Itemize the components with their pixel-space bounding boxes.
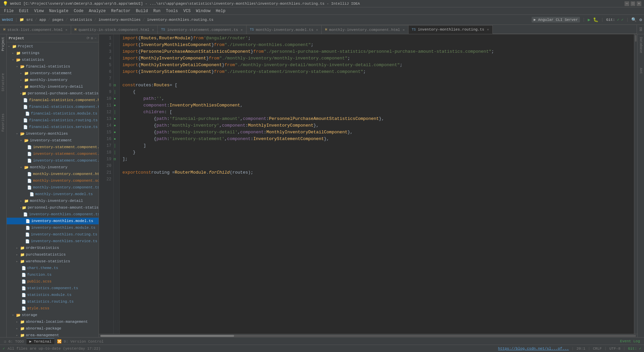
bottom-tab-todo[interactable]: ☑ 6: TODO bbox=[1, 338, 26, 344]
tree-financial-module-ts[interactable]: ▸ 📄 financial-statistics.module.ts bbox=[7, 110, 99, 117]
tree-monthly-inventory-detail-1[interactable]: ▸ 📁 monthly-inventory-detail bbox=[7, 83, 99, 90]
tree-inv-monthlies-model-ts[interactable]: ▸ 📄 inventory-monthlies.model.ts bbox=[7, 218, 99, 224]
menu-vcs[interactable]: VCS bbox=[181, 8, 194, 14]
debug-btn[interactable]: 🐛 bbox=[593, 17, 598, 23]
tree-financial-service-ts[interactable]: ▸ 📄 financial-statistics.service.ts bbox=[7, 124, 99, 130]
minimize-btn[interactable]: ─ bbox=[625, 1, 629, 6]
tree-abnormal-location[interactable]: ▸ 📁 abnormal-location-management bbox=[7, 318, 99, 325]
tree-inv-stmt-html[interactable]: ▸ 📄 inventory-statement.component.html bbox=[7, 144, 99, 150]
editor-area: 123456 789101112 131415161718 19202122 ⊟… bbox=[99, 34, 637, 337]
bottom-tab-version-control[interactable]: 🔀 9: Version Control bbox=[54, 338, 106, 344]
tree-monthly-inv-detail-sub[interactable]: ▸ 📁 monthly-inventory-detail bbox=[7, 197, 99, 204]
tab-monthly-inventory-model[interactable]: TS monthly-inventory.model.ts ✕ bbox=[247, 25, 322, 34]
run-btn[interactable]: ▶ bbox=[588, 17, 590, 23]
favorites-icon[interactable]: Favorites bbox=[1, 114, 5, 132]
tree-statistics-routing-ts[interactable]: ▸ 📄 statistics.routing.ts bbox=[7, 298, 99, 305]
tab-close-icon4[interactable]: ✕ bbox=[316, 28, 318, 32]
tab-inventory-statement[interactable]: TS inventory-statement.component.ts ✕ bbox=[158, 25, 246, 34]
horizontal-scrollbar[interactable] bbox=[99, 334, 637, 337]
tree-monthly-inv-ts[interactable]: ▸ 📄 monthly-inventory.component.ts bbox=[7, 184, 99, 191]
tab-monthly-inventory-html[interactable]: H monthly-inventory.component.html ✕ bbox=[322, 25, 408, 34]
maximize-btn[interactable]: □ bbox=[631, 1, 635, 6]
tree-storage-folder[interactable]: ▾ 📂 storage bbox=[7, 312, 99, 318]
tab-icon-html3: H bbox=[325, 28, 327, 32]
tree-monthly-inv-model[interactable]: ▸ 📄 monthly-inventory.model.ts bbox=[7, 191, 99, 197]
code-editor[interactable]: import { Routes, RouterModule } from '@a… bbox=[120, 34, 634, 334]
status-position[interactable]: 20:1 bbox=[577, 347, 585, 351]
menu-tools[interactable]: Tools bbox=[163, 8, 181, 14]
tree-settings[interactable]: ▸ 📁 settings bbox=[7, 50, 99, 56]
menu-build[interactable]: Build bbox=[133, 8, 151, 14]
menu-window[interactable]: Window bbox=[193, 8, 213, 14]
code-line-3: import {PersonnelPurchaseAmountStatistic… bbox=[122, 48, 634, 55]
menu-refactor[interactable]: Refactor bbox=[108, 8, 133, 14]
tree-personnel-purchase-1[interactable]: ▸ 📁 personnel-purchase-amount-statistics bbox=[7, 90, 99, 97]
tree-inv-stmt-ts[interactable]: ▸ 📄 inventory-statement.component.ts bbox=[7, 157, 99, 164]
menu-edit[interactable]: Edit bbox=[16, 8, 32, 14]
tree-area-management[interactable]: ▸ 📁 area-management bbox=[7, 332, 99, 337]
menu-analyze[interactable]: Analyze bbox=[86, 8, 108, 14]
code-line-14: { path: 'monthly-inventory', component: … bbox=[122, 122, 634, 129]
status-encoding[interactable]: UTF-8 bbox=[609, 347, 621, 351]
tree-inv-monthlies-module-ts[interactable]: ▸ 📄 inventory-monthlies.module.ts bbox=[7, 224, 99, 231]
tree-inv-monthlies-service-ts[interactable]: ▸ 📄 inventory-monthlies.service.ts bbox=[7, 238, 99, 245]
ant-design-icon[interactable]: Ant bbox=[639, 68, 643, 74]
tree-project-root[interactable]: ▾ 📁 Project bbox=[7, 43, 99, 50]
tree-financial-routing-ts[interactable]: ▸ 📄 financial-statistics.routing.ts bbox=[7, 117, 99, 124]
tab-close-icon2[interactable]: ✕ bbox=[152, 28, 154, 32]
vertical-scrollbar[interactable] bbox=[634, 34, 637, 334]
tree-function-ts[interactable]: ▸ 📄 function.ts bbox=[7, 271, 99, 278]
tree-statistics[interactable]: ▾ 📂 statistics bbox=[7, 56, 99, 63]
menu-file[interactable]: File bbox=[1, 8, 16, 14]
tab-inventory-monthlies-routing[interactable]: TS inventory-monthlies.routing.ts ✕ bbox=[409, 25, 493, 34]
bottom-tab-terminal[interactable]: ▶ Terminal bbox=[26, 338, 54, 344]
tree-monthly-inv-scss[interactable]: ▸ 📄 monthly-inventory.component.scss bbox=[7, 177, 99, 184]
tab-quantity-in-stock[interactable]: H quantity-in-stock.component.html ✕ bbox=[71, 25, 158, 34]
menu-help[interactable]: Help bbox=[213, 8, 228, 14]
tree-abnormal-package[interactable]: ▸ 📁 abnormal-package bbox=[7, 325, 99, 332]
menu-run[interactable]: Run bbox=[151, 8, 163, 14]
structure-icon[interactable]: Structure bbox=[1, 73, 5, 91]
status-link[interactable]: https://blog.csdn.net/sl...of... bbox=[498, 347, 569, 351]
tree-chart-theme-ts[interactable]: ▸ 📄 chart.theme.ts bbox=[7, 265, 99, 271]
tree-personnel-purchase-sub[interactable]: ▸ 📁 personnel-purchase-amount-statistics bbox=[7, 204, 99, 211]
tree-inventory-monthlies-folder[interactable]: ▾ 📂 inventory-monthlies bbox=[7, 130, 99, 137]
status-line-sep[interactable]: CRLF bbox=[593, 347, 602, 351]
tab-close-icon5[interactable]: ✕ bbox=[403, 28, 405, 32]
tree-order-statistics[interactable]: ▸ 📁 orderStatistics bbox=[7, 245, 99, 251]
settings-toolbar-icon[interactable]: ⚙ bbox=[639, 17, 642, 23]
tree-financial-component-ts[interactable]: ▸ 📄 financial-statistics.component.ts bbox=[7, 103, 99, 110]
tab-close-icon6[interactable]: ✕ bbox=[487, 28, 489, 32]
tree-inv-monthlies-component-ts[interactable]: ▸ 📄 inventory-monthlies.component.ts bbox=[7, 211, 99, 218]
tree-statistics-module-ts[interactable]: ▸ 📄 statistics.module.ts bbox=[7, 292, 99, 298]
tree-statistics-component-ts[interactable]: ▸ 📄 statistics.component.ts bbox=[7, 285, 99, 292]
tree-monthly-inv-html[interactable]: ▸ 📄 monthly-inventory.component.html bbox=[7, 171, 99, 177]
tree-inventory-statement-1[interactable]: ▸ 📁 inventory-statement bbox=[7, 70, 99, 77]
menu-navigate[interactable]: Navigate bbox=[46, 8, 71, 14]
panel-sync-icon[interactable]: ⟳ bbox=[87, 36, 90, 40]
tree-inv-stmt-scss[interactable]: ▸ 📄 inventory-statement.component.scss bbox=[7, 150, 99, 157]
close-btn[interactable]: ✕ bbox=[637, 1, 641, 6]
tree-financial-component-html[interactable]: ▸ 📄 financial-statistics.component.html bbox=[7, 97, 99, 103]
tree-inventory-statement-sub[interactable]: ▾ 📂 inventory-statement bbox=[7, 137, 99, 144]
project-panel-icon[interactable]: Project bbox=[1, 37, 5, 51]
tree-public-scss[interactable]: ▸ 📄 public.scss bbox=[7, 278, 99, 285]
tree-financial-statistics[interactable]: ▾ 📂 financial-statistics bbox=[7, 63, 99, 70]
menu-view[interactable]: View bbox=[32, 8, 47, 14]
menu-code[interactable]: Code bbox=[71, 8, 86, 14]
tree-monthly-inventory-1[interactable]: ▸ 📁 monthly-inventory bbox=[7, 77, 99, 83]
tree-monthly-inv-sub[interactable]: ▾ 📂 monthly-inventory bbox=[7, 164, 99, 171]
tab-close-icon[interactable]: ✕ bbox=[65, 28, 67, 32]
panel-gear-icon[interactable]: ⚙ bbox=[91, 36, 93, 40]
tab-stock-list[interactable]: H stock-list.component.html ✕ bbox=[0, 25, 71, 34]
right-panel-tab-database[interactable]: DB bbox=[637, 25, 644, 34]
tree-inv-monthlies-routing-ts[interactable]: ▸ 📄 inventory-monthlies.routing.ts bbox=[7, 231, 99, 238]
tree-style-scss[interactable]: ▸ 📄 style.scss bbox=[7, 305, 99, 312]
panel-hide-icon[interactable]: – bbox=[94, 36, 97, 40]
tab-close-icon3[interactable]: ✕ bbox=[241, 28, 243, 32]
search-toolbar-icon[interactable]: 🔍 bbox=[631, 17, 637, 23]
tree-warehouse-statistics[interactable]: ▸ 📁 warehouse-statistics bbox=[7, 258, 99, 265]
tree-purchase-statistics[interactable]: ▸ 📁 purchaseStatistics bbox=[7, 251, 99, 258]
database-panel-icon[interactable]: Database bbox=[639, 37, 643, 53]
event-log-btn[interactable]: Event Log bbox=[618, 339, 643, 344]
